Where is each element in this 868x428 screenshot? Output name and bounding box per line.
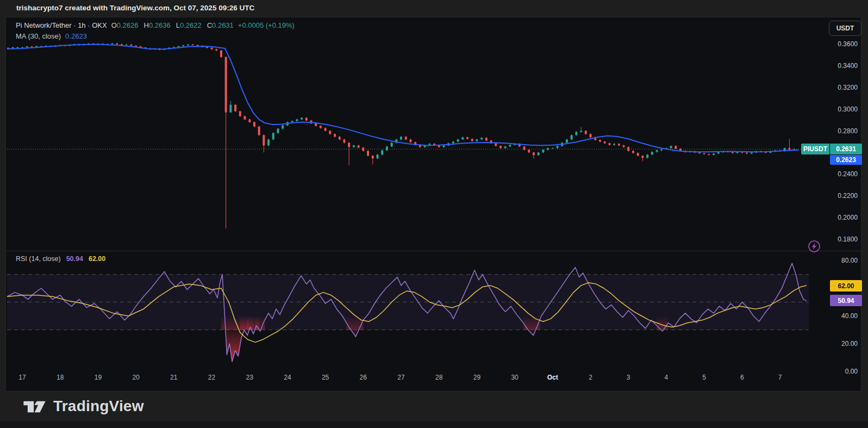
candle-body: [192, 45, 194, 45]
candle-body: [713, 153, 715, 154]
rsi-ma-value: 62.00: [89, 255, 105, 263]
candle-body: [490, 140, 492, 143]
candle-body: [353, 145, 355, 147]
candle-body: [40, 46, 42, 47]
candle-body: [334, 134, 336, 137]
bottom-strip: [0, 421, 868, 428]
candle-body: [755, 151, 757, 152]
candle-body: [495, 143, 497, 146]
candle-body: [485, 138, 488, 140]
candle-body: [282, 126, 284, 129]
candle-body: [476, 139, 478, 141]
candle-body: [523, 146, 526, 150]
candle-body: [618, 144, 620, 145]
time-axis-label-25[interactable]: 25: [322, 374, 329, 381]
price-tick-label[interactable]: 0.3600: [838, 40, 858, 48]
open-value: 0.2626: [117, 21, 139, 29]
time-axis-label-23[interactable]: 23: [246, 374, 254, 381]
price-tick-label[interactable]: 0.2400: [838, 170, 858, 178]
candle-body: [788, 148, 790, 150]
candle-body: [651, 152, 653, 154]
candle-body: [480, 138, 483, 139]
candle-body: [154, 48, 156, 49]
rsi-oversold-fill: [226, 330, 245, 362]
rsi-tick-label[interactable]: 0.00: [845, 368, 858, 375]
close-label: C: [207, 21, 212, 29]
candle-body: [215, 49, 217, 51]
candle-body: [542, 150, 544, 152]
rsi-tick-label[interactable]: 40.00: [841, 312, 858, 320]
time-axis-label-24[interactable]: 24: [284, 374, 291, 381]
time-axis-label-2[interactable]: 2: [589, 374, 592, 381]
candle-body: [689, 151, 691, 152]
time-axis-label-28[interactable]: 28: [435, 374, 443, 381]
time-axis-label-5[interactable]: 5: [702, 374, 706, 381]
candle-body: [400, 137, 402, 139]
candle-body: [45, 46, 47, 47]
candle-body: [670, 146, 672, 148]
candle-body: [381, 150, 383, 154]
candle-body: [774, 151, 776, 152]
rsi-oversold-fill: [528, 330, 536, 336]
time-axis-label-26[interactable]: 26: [360, 374, 367, 381]
candle-body: [552, 148, 554, 148]
rsi-tick-label[interactable]: 20.00: [841, 340, 858, 348]
time-axis-label-Oct[interactable]: Oct: [547, 374, 558, 381]
time-axis-label-30[interactable]: 30: [511, 374, 519, 381]
rsi-oversold-glow: [221, 316, 249, 330]
main-pane: [7, 43, 809, 228]
candle-body: [239, 111, 241, 116]
time-axis-label-4[interactable]: 4: [665, 374, 669, 381]
candle-body: [320, 126, 322, 128]
time-axis-label-29[interactable]: 29: [473, 374, 481, 381]
candle-body: [557, 146, 559, 148]
instant-trading-lightning-icon[interactable]: [808, 240, 820, 252]
candle-body: [358, 145, 360, 147]
rsi-oversold-fill: [244, 330, 249, 336]
time-axis-label-3[interactable]: 3: [627, 374, 630, 381]
candle-body: [457, 139, 459, 141]
candle-body: [580, 131, 582, 132]
time-axis-label-6[interactable]: 6: [740, 374, 744, 381]
candle-body: [679, 148, 682, 151]
high-label: H: [144, 21, 149, 29]
symbol-title: Pi Network/Tether · 1h · OKX: [16, 21, 107, 29]
currency-toggle-button[interactable]: USDT: [829, 21, 861, 36]
candle-body: [187, 45, 189, 46]
candle-body: [499, 146, 502, 148]
candle-body: [225, 57, 227, 113]
time-axis-label-7[interactable]: 7: [778, 374, 782, 381]
price-tick-label[interactable]: 0.3000: [838, 106, 858, 113]
price-tick-label[interactable]: 0.3400: [838, 62, 858, 70]
time-axis-label-19[interactable]: 19: [95, 374, 102, 381]
time-axis-label-18[interactable]: 18: [57, 374, 64, 381]
rsi-oversold-fill: [259, 330, 261, 332]
time-axis-label-20[interactable]: 20: [132, 374, 140, 381]
time-axis-label-22[interactable]: 22: [208, 374, 216, 381]
price-tick-label[interactable]: 0.2200: [838, 192, 858, 200]
candle-body: [514, 144, 516, 145]
candle-body: [102, 44, 104, 45]
candle-body: [703, 153, 705, 154]
candle-body: [296, 120, 298, 121]
candle-body: [509, 145, 511, 146]
price-tick-label[interactable]: 0.1800: [838, 235, 858, 243]
price-tick-label[interactable]: 0.2800: [838, 127, 858, 135]
candle-body: [461, 137, 464, 139]
time-axis-label-17[interactable]: 17: [18, 374, 26, 381]
price-tick-label[interactable]: 0.2000: [838, 214, 858, 221]
candle-body: [405, 137, 407, 139]
candle-body: [438, 145, 440, 147]
candle-body: [178, 46, 180, 47]
rsi-tick-label[interactable]: 80.00: [841, 257, 858, 264]
candle-body: [708, 154, 710, 154]
candle-body: [348, 142, 350, 147]
candle-body: [59, 45, 61, 46]
candle-body: [286, 122, 289, 126]
price-tick-label[interactable]: 0.3200: [838, 84, 858, 91]
time-axis-label-27[interactable]: 27: [397, 374, 405, 381]
time-axis-label-21[interactable]: 21: [170, 374, 178, 381]
candle-body: [35, 46, 38, 47]
candle-body: [16, 47, 18, 48]
candle-body: [665, 148, 667, 149]
